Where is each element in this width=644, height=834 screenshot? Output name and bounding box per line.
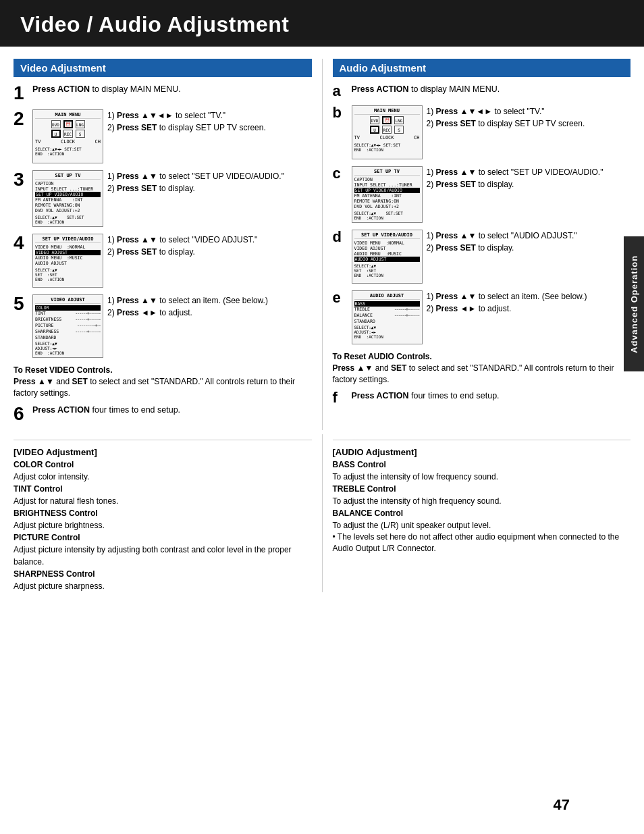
step-d-list: 1) Press ▲▼ to select "AUDIO ADJUST." 2)…: [427, 230, 577, 254]
left-column: Video Adjustment 1 Press ACTION to displ…: [14, 59, 312, 430]
step-d-instr-1: 1) Press ▲▼ to select "AUDIO ADJUST.": [427, 230, 577, 242]
step-d-instructions: 1) Press ▲▼ to select "AUDIO ADJUST." 2)…: [427, 230, 577, 254]
step-3-screen: SET UP TV CAPTION INPUT SELECT ...:TUNER…: [32, 170, 103, 227]
screen5-title: VIDEO ADJUST: [35, 297, 101, 304]
ctrl-balance-item: BALANCE Control To adjust the (L/R) unit…: [333, 507, 631, 531]
step-1-text: to display MAIN MENU.: [90, 84, 181, 94]
step-d-row: d SET UP VIDEO/AUDIO VIDEO MENU :NORMAL …: [333, 230, 631, 284]
screen2-select: SELECT:▲▼◄► SET:SET: [35, 147, 101, 151]
step-c-instr-1: 1) Press ▲▼ to select "SET UP VIDEO/AUDI…: [427, 166, 603, 178]
step-3-row: 3 SET UP TV CAPTION INPUT SELECT ...:TUN…: [14, 170, 312, 227]
controls-audio-title: [AUDIO Adjustment]: [333, 446, 631, 459]
screen2-title: MAIN MENU: [35, 112, 101, 119]
screen2-end: END :ACTION: [35, 151, 101, 156]
step-6-text: four times to end setup.: [90, 405, 180, 415]
controls-video-title: [VIDEO Adjustment]: [14, 446, 312, 459]
step-5-screen: VIDEO ADJUST COLOR TINT------+------ BRI…: [32, 294, 103, 358]
step-f-number: f: [333, 390, 348, 405]
bottom-left: [VIDEO Adjustment] COLOR Control Adjust …: [14, 434, 312, 593]
icon-rec: REC: [63, 130, 73, 138]
step-3-instr-2: 2) Press SET to display.: [107, 182, 284, 194]
page-number: 47: [554, 796, 570, 814]
step-4-instr-1: 1) Press ▲▼ to select "VIDEO ADJUST.": [107, 234, 257, 246]
step-c-instr-2: 2) Press SET to display.: [427, 178, 603, 190]
step-1-content: Press ACTION to display MAIN MENU.: [32, 84, 312, 96]
step-6-bold: Press ACTION: [32, 405, 90, 415]
step-5-row: 5 VIDEO ADJUST COLOR TINT------+------ B…: [14, 294, 312, 358]
step-5-instr-1: 1) Press ▲▼ to select an item. (See belo…: [107, 294, 268, 307]
step-3-list: 1) Press ▲▼ to select "SET UP VIDEO/AUDI…: [107, 170, 284, 194]
step-b-instr-1: 1) Press ▲▼◄► to select "TV.": [427, 105, 585, 118]
step-6-number: 6: [14, 405, 28, 423]
step-e-instr-2: 2) Press ◄► to adjust.: [427, 303, 587, 315]
screenb-title: MAIN MENU: [354, 108, 420, 115]
screen4-video-adjust: VIDEO ADJUST: [35, 250, 101, 255]
step-f-content: Press ACTION four times to end setup.: [352, 390, 631, 402]
icon-lang: LNG: [76, 120, 85, 128]
controls-video-section: [VIDEO Adjustment] COLOR Control Adjust …: [14, 440, 312, 593]
step-1-number: 1: [14, 84, 28, 103]
screen3-title: SET UP TV: [35, 173, 101, 180]
step-d-inner: SET UP VIDEO/AUDIO VIDEO MENU :NORMAL VI…: [352, 230, 577, 284]
step-5-instructions: 1) Press ▲▼ to select an item. (See belo…: [107, 294, 268, 319]
screen2-icons: DVD ⏰ LNG: [35, 120, 101, 128]
step-f-row: f Press ACTION four times to end setup.: [333, 390, 631, 405]
step-5-number: 5: [14, 294, 28, 313]
step-b-list: 1) Press ▲▼◄► to select "TV." 2) Press S…: [427, 105, 585, 130]
step-2-instr-1: 1) Press ▲▼◄► to select "TV.": [107, 109, 266, 122]
step-e-instr-1: 1) Press ▲▼ to select an item. (See belo…: [427, 290, 587, 303]
step-1-row: 1 Press ACTION to display MAIN MENU.: [14, 84, 312, 103]
ctrl-bass-item: BASS Control To adjust the intensity of …: [333, 459, 631, 483]
iconb-clock: ⏰: [382, 116, 392, 124]
step-c-number: c: [333, 166, 348, 181]
step-b-screen: MAIN MENU DVD ⏰ LNG U REC S TV: [352, 105, 423, 159]
step-e-list: 1) Press ▲▼ to select an item. (See belo…: [427, 290, 587, 315]
icon-clock: ⏰: [63, 120, 73, 128]
screenb-label-row: TV CLOCK CH: [354, 135, 420, 141]
screen2-label-row: TV CLOCK CH: [35, 139, 101, 145]
iconb-lang: LNG: [394, 116, 404, 124]
ctrl-brightness-item: BRIGHTNESS Control Adjust picture bright…: [14, 507, 312, 531]
bottom-content: [VIDEO Adjustment] COLOR Control Adjust …: [0, 434, 644, 593]
reset-audio-section: To Reset AUDIO Controls. Press ▲▼ and SE…: [333, 351, 631, 385]
reset-audio-title: To Reset AUDIO Controls.: [333, 351, 631, 363]
step-a-text: to display MAIN MENU.: [408, 84, 500, 94]
page-wrapper: Video / Audio Adjustment Video Adjustmen…: [0, 0, 644, 834]
step-4-list: 1) Press ▲▼ to select "VIDEO ADJUST." 2)…: [107, 234, 257, 258]
step-d-instr-2: 2) Press SET to display.: [427, 242, 577, 254]
ctrl-treble-item: TREBLE Control To adjust the intensity o…: [333, 483, 631, 507]
step-b-instructions: 1) Press ▲▼◄► to select "TV." 2) Press S…: [427, 105, 585, 130]
bottom-right: [AUDIO Adjustment] BASS Control To adjus…: [333, 434, 631, 593]
step-4-instructions: 1) Press ▲▼ to select "VIDEO ADJUST." 2)…: [107, 234, 257, 258]
ctrl-tint-item: TINT Control Adjust for natural flesh to…: [14, 483, 312, 507]
step-e-screen: AUDIO ADJUST BASS TREBLE------+------ BA…: [352, 290, 423, 344]
left-section-header: Video Adjustment: [14, 59, 312, 77]
step-e-number: e: [333, 290, 348, 305]
iconb-tv: U: [370, 126, 379, 134]
screenb-end: END :ACTION: [354, 147, 420, 152]
step-4-inner: SET UP VIDEO/AUDIO VIDEO MENU :NORMAL VI…: [32, 234, 257, 288]
step-3-number: 3: [14, 170, 28, 189]
step-a-bold: Press ACTION: [352, 84, 409, 94]
step-a-number: a: [333, 84, 348, 99]
screenb-icons2: U REC S: [354, 126, 420, 134]
step-e-inner: AUDIO ADJUST BASS TREBLE------+------ BA…: [352, 290, 587, 344]
reset-video-title: To Reset VIDEO Controls.: [14, 365, 312, 376]
step-e-instructions: 1) Press ▲▼ to select an item. (See belo…: [427, 290, 587, 315]
step-4-screen: SET UP VIDEO/AUDIO VIDEO MENU :NORMAL VI…: [32, 234, 103, 288]
icon-dvd: DVD: [51, 120, 61, 128]
step-6-row: 6 Press ACTION four times to end setup.: [14, 405, 312, 423]
step-c-screen: SET UP TV CAPTION INPUT SELECT ...:TUNER…: [352, 166, 423, 223]
side-tab: Advanced Operation: [624, 236, 644, 371]
step-5-inner: VIDEO ADJUST COLOR TINT------+------ BRI…: [32, 294, 268, 358]
iconb-dvd: DVD: [370, 116, 379, 124]
step-3-inner: SET UP TV CAPTION INPUT SELECT ...:TUNER…: [32, 170, 284, 227]
audio-note: The levels set here do not affect other …: [333, 531, 631, 554]
step-2-screen: MAIN MENU DVD ⏰ LNG U REC S TV: [32, 109, 103, 163]
step-1-bold: Press ACTION: [32, 84, 90, 94]
step-3-instructions: 1) Press ▲▼ to select "SET UP VIDEO/AUDI…: [107, 170, 284, 194]
screend-audio-adjust: AUDIO ADJUST: [354, 257, 420, 262]
iconb-s: S: [394, 126, 404, 134]
step-6-content: Press ACTION four times to end setup.: [32, 405, 312, 417]
step-c-list: 1) Press ▲▼ to select "SET UP VIDEO/AUDI…: [427, 166, 603, 190]
